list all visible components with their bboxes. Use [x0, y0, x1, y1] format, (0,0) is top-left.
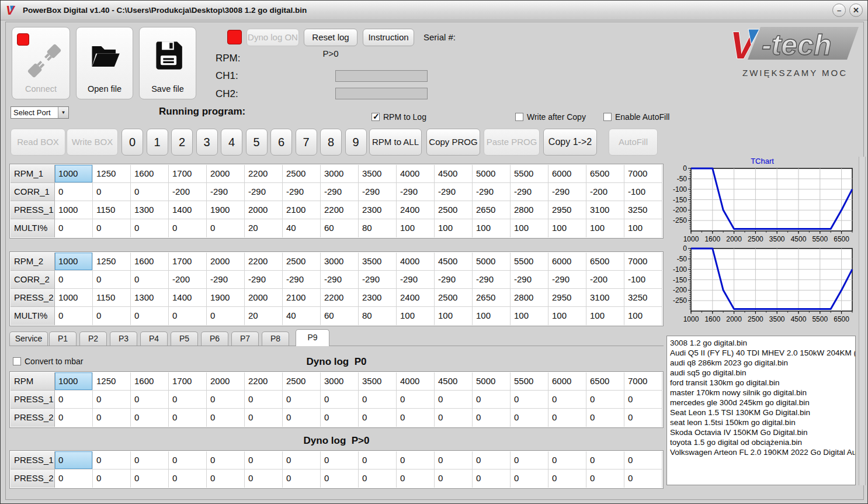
table-cell[interactable]: 100: [397, 307, 435, 325]
table-cell[interactable]: 3250: [624, 289, 662, 307]
table-cell[interactable]: 0: [397, 470, 435, 488]
table-cell[interactable]: -290: [359, 271, 397, 289]
table-cell[interactable]: 0: [624, 391, 662, 409]
table-cell[interactable]: 0: [548, 451, 586, 470]
digit-button-4[interactable]: 4: [221, 129, 242, 156]
table-cell[interactable]: 0: [169, 307, 207, 325]
table-cell[interactable]: 1250: [93, 165, 131, 183]
table-cell[interactable]: 0: [169, 451, 207, 470]
table-cell[interactable]: 0: [93, 271, 131, 289]
write-after-copy-checkbox[interactable]: Write after Copy: [515, 112, 586, 122]
digit-button-5[interactable]: 5: [246, 129, 268, 156]
table-cell[interactable]: 2000: [245, 289, 283, 307]
table-cell[interactable]: 0: [586, 451, 624, 470]
table-cell[interactable]: 0: [207, 470, 245, 488]
copy-1-2-button[interactable]: Copy 1->2: [543, 129, 597, 156]
table-cell[interactable]: 0: [586, 470, 624, 488]
enable-autofill-box[interactable]: [603, 113, 612, 121]
table-cell[interactable]: 1900: [207, 201, 245, 219]
table-cell[interactable]: 2800: [511, 289, 548, 307]
table-cell[interactable]: 1700: [169, 253, 207, 271]
table-cell[interactable]: 0: [321, 391, 359, 409]
file-item[interactable]: audi sq5 go digital.bin: [670, 368, 852, 378]
table-cell[interactable]: -290: [473, 271, 511, 289]
save-file-button[interactable]: Save file: [139, 27, 196, 99]
table-cell[interactable]: 5000: [473, 165, 511, 183]
file-item[interactable]: Volkswagen Arteon FL 2.0 190KM 2022 Go D…: [670, 447, 852, 457]
table-cell[interactable]: 0: [131, 219, 169, 237]
table-cell[interactable]: 5000: [473, 253, 511, 271]
table-cell[interactable]: 6000: [548, 253, 586, 271]
table-cell[interactable]: 2100: [283, 289, 321, 307]
table-cell[interactable]: 2950: [548, 201, 586, 219]
table-cell[interactable]: -290: [397, 271, 435, 289]
tab-service[interactable]: Service: [9, 332, 48, 346]
table-cell[interactable]: 5000: [473, 372, 511, 391]
table-cell[interactable]: 0: [245, 451, 283, 470]
table-cell[interactable]: 3000: [321, 372, 359, 391]
table-cell[interactable]: 0: [169, 470, 207, 488]
table-cell[interactable]: 0: [55, 271, 93, 289]
digit-button-7[interactable]: 7: [296, 129, 317, 156]
table-cell[interactable]: 2400: [397, 201, 435, 219]
table-cell[interactable]: 2500: [283, 253, 321, 271]
table-cell[interactable]: 100: [435, 307, 473, 325]
table-cell[interactable]: 1600: [131, 253, 169, 271]
table-cell[interactable]: 0: [55, 307, 93, 325]
table-cell[interactable]: 2200: [321, 289, 359, 307]
table-cell[interactable]: 2200: [245, 253, 283, 271]
table-cell[interactable]: 7000: [624, 253, 662, 271]
table-cell[interactable]: 0: [131, 451, 169, 470]
table-cell[interactable]: 2500: [283, 165, 321, 183]
table-cell[interactable]: -290: [473, 183, 511, 201]
file-item[interactable]: ford transit 130km go digital.bin: [670, 378, 852, 388]
table-cell[interactable]: -290: [283, 183, 321, 201]
table-cell[interactable]: 0: [586, 409, 624, 427]
file-item[interactable]: Seat Leon 1.5 TSI 130KM Go Digital.bin: [670, 408, 852, 417]
table-cell[interactable]: 100: [511, 219, 548, 237]
table-cell[interactable]: 2200: [245, 372, 283, 391]
table-cell[interactable]: 100: [473, 219, 511, 237]
table-cell[interactable]: 2800: [511, 201, 548, 219]
table-cell[interactable]: 0: [245, 391, 283, 409]
table-cell[interactable]: -290: [511, 183, 548, 201]
table-cell[interactable]: 0: [207, 409, 245, 427]
table-cell[interactable]: 0: [473, 451, 511, 470]
file-item[interactable]: seat leon 1.5tsi 150km go digital.bin: [670, 417, 852, 427]
table-cell[interactable]: 0: [359, 451, 397, 470]
table-cell[interactable]: 2000: [207, 165, 245, 183]
table-cell[interactable]: 0: [131, 183, 169, 201]
table-cell[interactable]: -100: [624, 271, 662, 289]
table-cell[interactable]: -200: [169, 271, 207, 289]
table-cell[interactable]: 100: [624, 307, 662, 325]
table-cell[interactable]: 0: [93, 470, 131, 488]
table-cell[interactable]: 0: [55, 219, 93, 237]
table-cell[interactable]: -290: [207, 183, 245, 201]
read-box-button[interactable]: Read BOX: [11, 129, 65, 156]
table-cell[interactable]: 60: [321, 219, 359, 237]
table-cell[interactable]: 100: [473, 307, 511, 325]
copy-prog-button[interactable]: Copy PROG: [426, 129, 480, 156]
table-cell[interactable]: 0: [93, 451, 131, 470]
close-button[interactable]: ✕: [849, 4, 863, 17]
table-cell[interactable]: 0: [511, 391, 548, 409]
table-cell[interactable]: -290: [548, 183, 586, 201]
table-cell[interactable]: 3500: [359, 372, 397, 391]
file-item[interactable]: Audi Q5 II (FY FL) 40 TDI MHEV 2.0 150kW…: [670, 348, 852, 358]
tab-p4[interactable]: P4: [140, 332, 168, 346]
table-cell[interactable]: 2650: [473, 201, 511, 219]
table-cell[interactable]: 0: [397, 451, 435, 470]
table-cell[interactable]: 0: [207, 391, 245, 409]
table-cell[interactable]: 6500: [586, 165, 624, 183]
table-cell[interactable]: -200: [169, 183, 207, 201]
tab-p3[interactable]: P3: [110, 332, 137, 346]
table-cell[interactable]: 1250: [93, 253, 131, 271]
table-cell[interactable]: 0: [359, 470, 397, 488]
table-cell[interactable]: 0: [435, 470, 473, 488]
table-cell[interactable]: 0: [321, 451, 359, 470]
tab-p2[interactable]: P2: [79, 332, 107, 346]
table-cell[interactable]: 4500: [435, 165, 473, 183]
table-cell[interactable]: -290: [359, 183, 397, 201]
table-cell[interactable]: 4500: [435, 372, 473, 391]
table-cell[interactable]: 0: [169, 219, 207, 237]
